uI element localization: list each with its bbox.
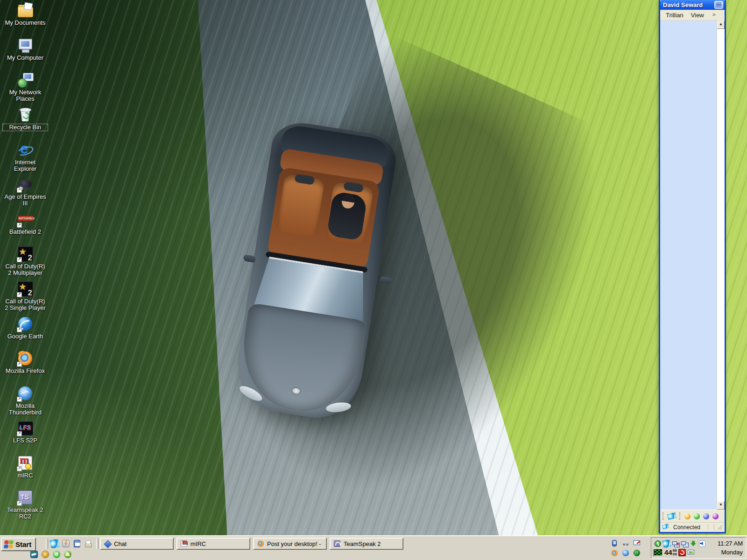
taskbar-side-icons	[611, 537, 648, 559]
start-button[interactable]: Start	[1, 538, 36, 551]
desktop-icon-cod2-multiplayer[interactable]: 2 Call of Duty(R) 2 Multiplayer	[3, 245, 48, 276]
volume-tray-icon[interactable]	[698, 540, 706, 547]
desktop-icon-label: Teamspeak 2 RC2	[3, 507, 48, 520]
my-computer-icon	[17, 37, 34, 54]
desktop-icon-battlefield-2[interactable]: Battlefield 2	[3, 211, 48, 235]
desktop-icon-label: Mozilla Firefox	[3, 368, 48, 374]
green-orb-tray-icon[interactable]	[633, 549, 641, 557]
window-title: David Seward	[663, 1, 714, 8]
green-clock-tray-icon[interactable]	[654, 540, 662, 547]
call-of-duty-2-icon: 2	[17, 245, 34, 262]
readout-main-value: 44	[664, 549, 672, 556]
quicklaunch-gold-coin-icon[interactable]	[41, 550, 49, 559]
desktop-icon-label: Google Earth	[3, 333, 48, 340]
purple-orb-button[interactable]	[712, 513, 719, 519]
task-button-chat[interactable]: Chat	[100, 538, 174, 550]
window-resize-grip[interactable]	[718, 525, 722, 530]
quicklaunch-winamp-icon[interactable]	[62, 539, 70, 548]
shortcut-arrow-icon	[17, 223, 22, 228]
scroll-up-button[interactable]	[717, 21, 725, 29]
windows-flag-icon	[4, 540, 14, 548]
desktop-icon-mirc[interactable]: mIRC	[3, 455, 48, 479]
recycle-bin-icon	[17, 106, 34, 123]
tray-row-1: 11:27 AM	[654, 539, 743, 548]
desktop-icon-my-network-places[interactable]: My Network Places	[3, 71, 48, 102]
desktop-icon-age-of-empires-3[interactable]: Age of Empires III	[3, 176, 48, 207]
shortcut-arrow-icon	[17, 327, 22, 332]
chat-window-icon	[104, 540, 111, 547]
desktop-icon-teamspeak-2[interactable]: Teamspeak 2 RC2	[3, 489, 48, 520]
network-tray-icon[interactable]	[681, 540, 688, 547]
system-tray: 11:27 AM 44 88 09 Monday	[651, 537, 746, 559]
battlefield-2-icon	[17, 211, 34, 228]
desktop-icon-mozilla-firefox[interactable]: Mozilla Firefox	[3, 350, 48, 374]
window-titlebar[interactable]: David Seward	[660, 0, 725, 10]
desktop-icon-mozilla-thunderbird[interactable]: Mozilla Thunderbird	[3, 385, 48, 416]
display-pencil-tray-icon[interactable]	[633, 539, 641, 547]
menu-overflow-chevron-icon[interactable]: »	[712, 11, 716, 18]
my-documents-icon	[17, 2, 34, 19]
trillian-tray-icon[interactable]	[662, 539, 671, 548]
desktop-icon-cod2-singleplayer[interactable]: 2 Call of Duty(R) 2 Single Player	[3, 280, 48, 311]
desktop-icon-my-computer[interactable]: My Computer	[3, 37, 48, 61]
scrollbar[interactable]	[717, 21, 725, 510]
menu-view[interactable]: View	[691, 12, 704, 19]
toolbar-grip[interactable]	[46, 539, 48, 549]
car-tray-icon[interactable]	[622, 539, 629, 547]
scroll-down-button[interactable]	[717, 501, 725, 510]
desktop-icon-label: LFS S2P	[3, 437, 48, 444]
desktop-wallpaper	[0, 0, 747, 560]
toolbar-grip[interactable]	[96, 539, 99, 549]
blue-orb-button[interactable]	[703, 513, 709, 519]
toolbar-grip[interactable]	[679, 512, 681, 520]
quicklaunch-dap-icon[interactable]	[52, 550, 61, 559]
quicklaunch-trillian-icon[interactable]	[49, 539, 60, 549]
sync-red-tray-icon[interactable]	[678, 549, 686, 556]
desktop-icon-my-documents[interactable]: My Documents	[3, 2, 48, 26]
display-colors-tray-icon[interactable]	[687, 549, 695, 556]
task-button-label: TeamSpeak 2	[344, 540, 381, 547]
green-orb-button[interactable]	[694, 513, 700, 519]
clock-time[interactable]: 11:27 AM	[718, 540, 743, 547]
tray-row-2: 44 88 09 Monday	[654, 548, 743, 557]
contact-list-empty[interactable]	[660, 21, 717, 510]
task-button-teamspeak-2[interactable]: TeamSpeak 2	[330, 538, 403, 550]
yellow-orb-button[interactable]	[684, 513, 691, 519]
desktop-icon-label: My Documents	[3, 20, 48, 26]
car-mirror-right	[380, 276, 393, 284]
window-shade-button[interactable]	[714, 1, 723, 9]
quicklaunch-mail-icon[interactable]	[73, 539, 81, 548]
quicklaunch-globe-up-icon[interactable]	[63, 550, 72, 559]
desktop-icon-google-earth[interactable]: Google Earth	[3, 315, 48, 340]
desktop-icon-internet-explorer[interactable]: Internet Explorer	[3, 141, 48, 172]
trillian-toolbar	[660, 510, 725, 522]
my-network-places-icon	[17, 71, 34, 88]
desktop-icon-lfs-s2p[interactable]: LFS S2P	[3, 420, 48, 444]
taskbar: Start Chat mIRC Post your desktop! - Pag…	[0, 535, 747, 560]
firefox-tray-icon[interactable]	[611, 549, 618, 557]
contact-list-area	[660, 21, 725, 510]
shortcut-arrow-icon	[17, 466, 22, 471]
desktop-icon-label: Mozilla Thunderbird	[3, 403, 48, 416]
quicklaunch-printer-icon[interactable]	[84, 539, 92, 548]
desktop-icon-label: Internet Explorer	[3, 159, 48, 172]
network-error-tray-icon[interactable]	[672, 540, 679, 547]
pda-tray-icon[interactable]	[611, 539, 618, 547]
trillian-icon[interactable]	[667, 512, 677, 520]
desktop-icon-recycle-bin[interactable]: Recycle Bin	[3, 106, 48, 131]
desktop-icon-label-selected: Recycle Bin	[3, 124, 48, 131]
green-arrow-tray-icon[interactable]	[690, 540, 697, 547]
task-button-mirc[interactable]: mIRC	[176, 538, 250, 550]
thunderbird-icon	[17, 385, 34, 402]
start-button-label: Start	[15, 540, 31, 548]
readout-bottom-value: 09	[673, 553, 677, 556]
task-button-post-your-desktop[interactable]: Post your desktop! - Pag...	[253, 538, 327, 550]
quicklaunch-lfs-car-icon[interactable]	[30, 550, 38, 559]
thunderbird-tray-icon[interactable]	[622, 549, 629, 557]
menu-trillian[interactable]: Trillian	[666, 12, 684, 19]
toolbar-grip[interactable]	[662, 512, 664, 520]
desktop-icon-label: My Computer	[3, 55, 48, 61]
checkered-flag-tray-icon[interactable]	[654, 549, 662, 555]
clock-day[interactable]: Monday	[721, 549, 743, 556]
temperature-readout: 44 88 09	[664, 549, 677, 556]
